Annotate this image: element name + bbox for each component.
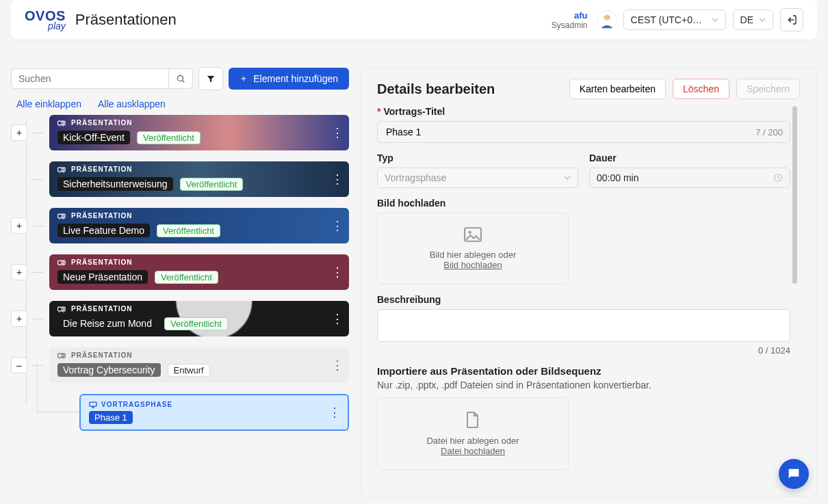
projector-icon xyxy=(57,213,67,220)
desc-textarea[interactable] xyxy=(377,309,790,342)
user-block: afu Sysadmin xyxy=(552,10,588,30)
tree-row: +PRÄSENTATIONLive Feature DemoVeröffentl… xyxy=(11,208,349,243)
svg-point-8 xyxy=(62,215,64,217)
title-input[interactable] xyxy=(385,126,755,138)
svg-point-12 xyxy=(62,308,64,310)
monitor-icon xyxy=(89,401,97,408)
collapse-all-link[interactable]: Alle einklappen xyxy=(16,98,81,109)
presentation-card[interactable]: PRÄSENTATIONSicherheitsunterweisungVeröf… xyxy=(49,161,349,197)
more-icon[interactable]: ⋮ xyxy=(331,172,344,187)
phase-card[interactable]: VORTRAGSPHASE Phase 1 ⋮ xyxy=(79,394,349,431)
more-icon[interactable]: ⋮ xyxy=(331,311,344,326)
upload-label: Bild hochladen xyxy=(377,198,445,209)
edit-cards-button[interactable]: Karten bearbeiten xyxy=(569,79,666,99)
presentation-card[interactable]: PRÄSENTATIONLive Feature DemoVeröffentli… xyxy=(49,208,349,243)
chat-fab[interactable] xyxy=(779,459,809,489)
more-icon[interactable]: ⋮ xyxy=(328,405,341,420)
clock-icon xyxy=(773,173,783,183)
type-select[interactable]: Vortragsphase xyxy=(377,168,578,188)
svg-point-14 xyxy=(62,354,64,357)
details-title: Details bearbeiten xyxy=(377,81,495,97)
scrollbar[interactable] xyxy=(792,106,797,284)
save-button: Speichern xyxy=(736,79,800,99)
presentation-card[interactable]: PRÄSENTATIONDie Reise zum MondVeröffentl… xyxy=(49,301,349,336)
card-title: Vortrag Cybersecurity xyxy=(57,363,161,377)
expand-toggle[interactable]: + xyxy=(11,124,27,141)
language-select[interactable]: DE xyxy=(733,10,773,30)
image-icon xyxy=(464,227,482,242)
user-name: afu xyxy=(552,10,588,21)
upload-link[interactable]: Bild hochladen xyxy=(391,260,554,270)
search-button[interactable] xyxy=(168,68,193,89)
desc-counter: 0 / 1024 xyxy=(377,345,790,356)
status-published: Veröffentlicht xyxy=(137,131,200,144)
svg-rect-15 xyxy=(90,402,96,406)
phase-subrow: VORTRAGSPHASE Phase 1 ⋮ xyxy=(79,394,349,431)
logout-button[interactable] xyxy=(780,8,803,31)
chevron-down-icon xyxy=(712,16,719,23)
card-title: Live Feature Demo xyxy=(57,224,150,237)
page-title: Präsentationen xyxy=(75,11,177,29)
card-title: Kick-Off-Event xyxy=(57,131,130,144)
tree: +PRÄSENTATIONKick-Off-EventVeröffentlich… xyxy=(11,115,349,431)
header: OVOS play Präsentationen afu Sysadmin CE… xyxy=(11,0,817,40)
file-upload-box[interactable]: Datei hier ablegen oder Datei hochladen xyxy=(377,397,569,470)
search-input[interactable] xyxy=(11,68,168,89)
duration-label: Dauer xyxy=(589,152,617,163)
projector-icon xyxy=(57,306,67,313)
tree-row: +PRÄSENTATIONKick-Off-EventVeröffentlich… xyxy=(11,115,349,150)
card-title: Die Reise zum Mond xyxy=(57,317,157,330)
expand-all-link[interactable]: Alle ausklappen xyxy=(98,98,166,109)
presentation-card[interactable]: PRÄSENTATIONKick-Off-EventVeröffentlicht… xyxy=(49,115,349,150)
tree-row: –PRÄSENTATIONVortrag CybersecurityEntwur… xyxy=(11,347,349,383)
status-published: Veröffentlicht xyxy=(157,224,220,237)
status-published: Veröffentlicht xyxy=(164,317,228,330)
phase-overline: VORTRAGSPHASE xyxy=(101,401,172,408)
import-title: Importiere aus Präsentation oder Bildseq… xyxy=(377,365,790,377)
collapse-toggle[interactable]: – xyxy=(11,357,27,373)
title-label: Vortrags-Titel xyxy=(383,106,445,117)
duration-input[interactable]: 00:00 min xyxy=(589,168,790,188)
title-input-wrap[interactable]: 7 / 200 xyxy=(377,121,790,143)
filter-button[interactable] xyxy=(198,67,223,90)
more-icon[interactable]: ⋮ xyxy=(331,358,344,373)
card-title: Neue Präsentation xyxy=(57,270,148,284)
type-label: Typ xyxy=(377,152,393,163)
status-published: Veröffentlicht xyxy=(180,178,244,191)
status-published: Veröffentlicht xyxy=(155,271,218,284)
expand-toggle[interactable]: + xyxy=(11,310,27,327)
add-element-button[interactable]: Element hinzufügen xyxy=(229,68,349,90)
svg-point-18 xyxy=(469,231,471,234)
presentation-card[interactable]: PRÄSENTATIONVortrag CybersecurityEntwurf… xyxy=(49,347,349,383)
upload-hint: Bild hier ablegen oder xyxy=(391,250,554,260)
avatar[interactable] xyxy=(597,10,617,29)
desc-label: Beschreibung xyxy=(377,294,441,305)
phase-chip: Phase 1 xyxy=(89,411,133,424)
presentation-card[interactable]: PRÄSENTATIONNeue PräsentationVeröffentli… xyxy=(49,254,349,290)
logo: OVOS play xyxy=(25,10,66,31)
delete-button[interactable]: Löschen xyxy=(673,79,729,99)
projector-icon xyxy=(57,259,67,266)
timezone-select[interactable]: CEST (UTC+0… xyxy=(623,10,726,30)
title-counter: 7 / 200 xyxy=(755,127,783,137)
tree-row: +PRÄSENTATIONDie Reise zum MondVeröffent… xyxy=(11,301,349,336)
projector-icon xyxy=(57,352,67,359)
svg-point-1 xyxy=(604,14,610,21)
image-upload-box[interactable]: Bild hier ablegen oder Bild hochladen xyxy=(377,213,569,284)
user-role: Sysadmin xyxy=(552,21,588,30)
file-icon xyxy=(466,412,480,428)
expand-toggle[interactable]: + xyxy=(11,217,27,234)
expand-toggle[interactable]: + xyxy=(11,264,27,280)
projector-icon xyxy=(57,166,67,173)
svg-point-10 xyxy=(62,261,64,264)
right-panel: Details bearbeiten Karten bearbeiten Lös… xyxy=(360,67,817,496)
more-icon[interactable]: ⋮ xyxy=(331,125,344,140)
svg-point-4 xyxy=(62,122,64,124)
svg-point-6 xyxy=(62,168,64,171)
file-link[interactable]: Datei hochladen xyxy=(391,446,554,456)
more-icon[interactable]: ⋮ xyxy=(331,218,344,233)
card-title: Sicherheitsunterweisung xyxy=(57,177,173,191)
chevron-down-icon xyxy=(564,174,571,181)
svg-point-2 xyxy=(178,75,183,81)
more-icon[interactable]: ⋮ xyxy=(331,265,344,280)
